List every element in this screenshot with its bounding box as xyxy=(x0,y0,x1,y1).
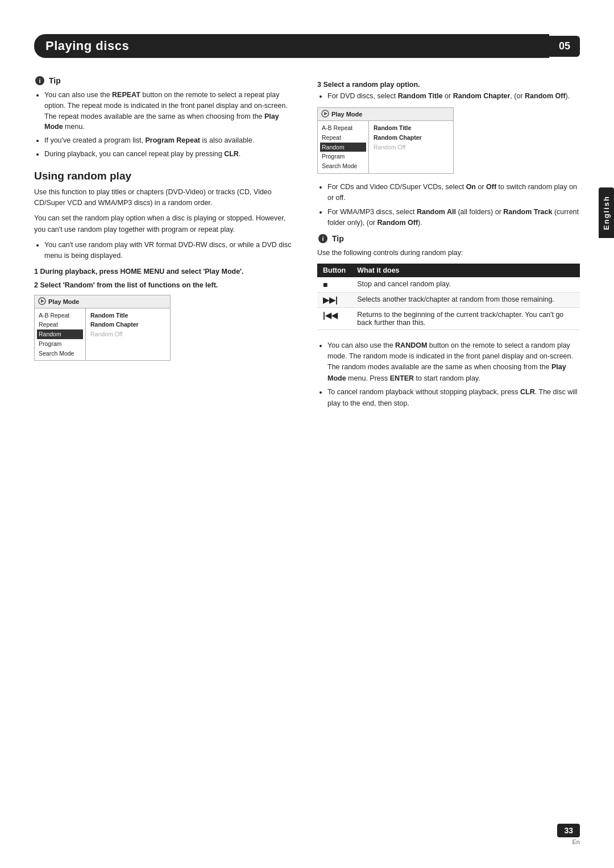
play-mode-title-1: Play Mode xyxy=(35,295,170,308)
prev-symbol: |◀◀ xyxy=(323,311,338,320)
tip-box-1: i Tip You can also use the REPEAT button… xyxy=(34,75,297,160)
tip-header-2: i Tip xyxy=(317,233,580,244)
option-random-off-2: Random Off xyxy=(374,143,449,152)
bottom-bullet-1: You can also use the RANDOM button on th… xyxy=(327,340,580,385)
play-mode-title-label-1: Play Mode xyxy=(48,298,79,305)
menu-item-ab-repeat-2: A-B Repeat xyxy=(320,123,366,133)
table-cell-desc-2: Selects another track/chapter at random … xyxy=(351,292,580,307)
play-mode-ui-1: Play Mode A-B Repeat Repeat Random Progr… xyxy=(34,295,171,361)
tip-bullets-1: You can also use the REPEAT button on th… xyxy=(34,90,297,160)
play-mode-icon-1 xyxy=(38,297,46,306)
table-cell-button-3: |◀◀ xyxy=(317,307,351,329)
table-header-button: Button xyxy=(317,264,351,277)
play-mode-title-label-2: Play Mode xyxy=(331,111,362,118)
step3-bullet-3: For WMA/MP3 discs, select Random All (al… xyxy=(327,207,580,229)
tip-bullet-3: During playback, you can cancel repeat p… xyxy=(44,149,297,160)
option-random-chapter-2: Random Chapter xyxy=(374,133,449,143)
footer-lang: En xyxy=(572,838,580,845)
table-header-description: What it does xyxy=(351,264,580,277)
tip-icon-2: i xyxy=(317,233,329,244)
page-title: Playing discs xyxy=(34,34,549,58)
play-mode-menu-2: A-B Repeat Repeat Random Program Search … xyxy=(318,121,369,173)
svg-marker-5 xyxy=(324,112,327,115)
table-cell-desc-3: Returns to the beginning of the current … xyxy=(351,307,580,329)
play-mode-icon-2 xyxy=(321,110,329,119)
menu-item-program-2: Program xyxy=(320,152,366,161)
menu-item-program-1: Program xyxy=(37,339,83,349)
tip-box-2: i Tip Use the following controls during … xyxy=(317,233,580,329)
table-row: ▶▶| Selects another track/chapter at ran… xyxy=(317,292,580,307)
section-bullets: You can't use random play with VR format… xyxy=(34,240,297,262)
svg-text:i: i xyxy=(39,77,40,84)
play-mode-options-2: Random Title Random Chapter Random Off xyxy=(369,121,453,173)
svg-text:i: i xyxy=(322,235,323,242)
table-row: ■ Stop and cancel random play. xyxy=(317,277,580,293)
footer-page-number: 33 xyxy=(557,824,580,837)
step3-bullets: For DVD discs, select Random Title or Ra… xyxy=(317,91,580,102)
tip-icon-1: i xyxy=(34,75,45,86)
play-mode-content-1: A-B Repeat Repeat Random Program Search … xyxy=(35,308,170,360)
option-random-title-1: Random Title xyxy=(90,311,165,320)
menu-item-search-2: Search Mode xyxy=(320,161,366,171)
tip-bullet-1: You can also use the REPEAT button on th… xyxy=(44,90,297,132)
menu-item-repeat-2: Repeat xyxy=(320,133,366,143)
table-cell-button-2: ▶▶| xyxy=(317,292,351,307)
menu-item-random-1: Random xyxy=(37,329,83,339)
step3-bullet-1: For DVD discs, select Random Title or Ra… xyxy=(327,91,580,102)
content-area: i Tip You can also use the REPEAT button… xyxy=(34,75,580,414)
play-mode-title-2: Play Mode xyxy=(318,108,453,121)
play-mode-content-2: A-B Repeat Repeat Random Program Search … xyxy=(318,121,453,173)
page-header: Playing discs 05 xyxy=(34,34,580,58)
play-mode-ui-2: Play Mode A-B Repeat Repeat Random Progr… xyxy=(317,107,454,173)
step1-heading: 1 During playback, press HOME MENU and s… xyxy=(34,268,297,276)
menu-item-random-2: Random xyxy=(320,143,366,152)
menu-item-repeat-1: Repeat xyxy=(37,320,83,329)
section-heading: Using random play xyxy=(34,170,297,182)
step3-bullet-2: For CDs and Video CD/Super VCDs, select … xyxy=(327,182,580,204)
menu-item-search-1: Search Mode xyxy=(37,349,83,358)
option-random-off-1: Random Off xyxy=(90,329,165,339)
tip-label-2: Tip xyxy=(332,234,344,243)
tip-bullet-2: If you've created a program list, Progra… xyxy=(44,135,297,146)
section-body-2: You can set the random play option when … xyxy=(34,213,297,235)
table-row: |◀◀ Returns to the beginning of the curr… xyxy=(317,307,580,329)
controls-table: Button What it does ■ Stop and cancel ra… xyxy=(317,264,580,330)
left-column: i Tip You can also use the REPEAT button… xyxy=(34,75,297,414)
step3-more-bullets: For CDs and Video CD/Super VCDs, select … xyxy=(317,182,580,229)
tip-header-1: i Tip xyxy=(34,75,297,86)
page-footer: 33 En xyxy=(557,824,580,845)
bottom-bullet-2: To cancel random playback without stoppi… xyxy=(327,387,580,409)
page-number: 05 xyxy=(549,36,580,57)
table-cell-button-1: ■ xyxy=(317,277,351,293)
section-bullet-1: You can't use random play with VR format… xyxy=(44,240,297,262)
play-mode-options-1: Random Title Random Chapter Random Off xyxy=(86,308,170,360)
stop-symbol: ■ xyxy=(323,280,327,289)
bottom-bullets: You can also use the RANDOM button on th… xyxy=(317,340,580,409)
table-cell-desc-1: Stop and cancel random play. xyxy=(351,277,580,293)
step3-heading: 3 Select a random play option. xyxy=(317,81,580,89)
tip2-intro: Use the following controls during random… xyxy=(317,248,580,258)
play-mode-menu-1: A-B Repeat Repeat Random Program Search … xyxy=(35,308,86,360)
option-random-title-2: Random Title xyxy=(374,123,449,133)
option-random-chapter-1: Random Chapter xyxy=(90,320,165,329)
menu-item-ab-repeat-1: A-B Repeat xyxy=(37,311,83,320)
right-column: 3 Select a random play option. For DVD d… xyxy=(317,75,580,414)
language-tab: English xyxy=(599,187,614,238)
next-symbol: ▶▶| xyxy=(323,295,338,304)
tip-label-1: Tip xyxy=(49,76,61,85)
svg-marker-3 xyxy=(41,299,44,303)
section-body-1: Use this function to play titles or chap… xyxy=(34,187,297,209)
step2-heading: 2 Select 'Random' from the list of funct… xyxy=(34,281,297,289)
